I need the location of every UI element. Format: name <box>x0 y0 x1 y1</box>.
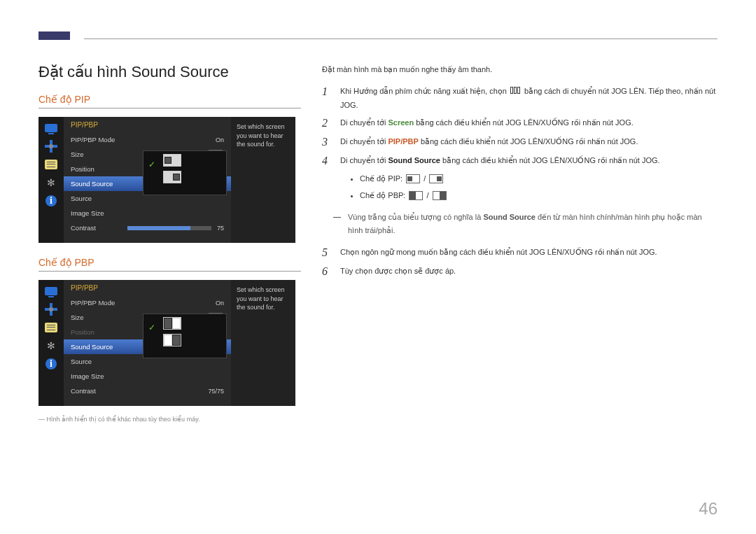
menu-icon <box>510 85 521 99</box>
step-number: 5 <box>322 246 332 260</box>
sound-source-popup: ✓ <box>143 314 227 358</box>
pbp-layout-icon-b <box>433 191 447 200</box>
step-number: 2 <box>322 116 332 131</box>
osd-label: Position <box>71 165 94 173</box>
pip-option-main <box>163 154 181 167</box>
info-icon: i <box>43 194 59 208</box>
osd-label: PIP/PBP Mode <box>71 136 115 143</box>
step-number: 3 <box>322 135 332 150</box>
osd-label: Source <box>71 195 92 202</box>
pip-mode-heading: Chế độ PIP <box>38 94 301 108</box>
step-5: 5 Chọn ngôn ngữ mong muốn bằng cách điều… <box>322 246 718 260</box>
osd-value: On <box>216 136 224 143</box>
page-number: 46 <box>699 499 718 519</box>
osd-label: Sound Source <box>71 180 113 188</box>
osd-row-mode: PIP/PBP Mode On <box>64 132 231 147</box>
osd-label: Position <box>71 328 94 336</box>
osd-row-image-size: Image Size <box>64 206 231 220</box>
osd-icon-rail: ✻ i <box>38 117 64 243</box>
osd-row-contrast: Contrast 75/75 <box>64 384 231 398</box>
step-3: 3 Di chuyển tới PIP/PBP bằng cách điều k… <box>322 135 718 150</box>
note-text: ― Vùng trắng của biểu tượng có nghĩa là … <box>322 211 718 237</box>
osd-hint-text: Set which screen you want to hear the so… <box>231 117 295 243</box>
check-icon: ✓ <box>144 317 160 338</box>
bullet-pbp: Chế độ PBP: / <box>360 189 718 203</box>
settings-list-icon <box>43 157 59 171</box>
step-number: 6 <box>322 265 332 279</box>
check-icon: ✓ <box>144 154 160 175</box>
osd-label: Sound Source <box>71 343 113 351</box>
sound-source-popup: ✓ <box>143 150 227 195</box>
osd-hint-text: Set which screen you want to hear the so… <box>231 280 295 406</box>
osd-label: Contrast <box>71 224 96 232</box>
osd-title: PIP/PBP <box>64 121 231 132</box>
pip-option-sub <box>163 171 181 183</box>
osd-label: Image Size <box>71 372 104 380</box>
pbp-mode-heading: Chế độ PBP <box>38 257 301 272</box>
step-2: 2 Di chuyển tới Screen bằng cách điều kh… <box>322 116 718 131</box>
step-number: 1 <box>322 85 332 113</box>
monitor-icon <box>43 121 59 135</box>
step-1: 1 Khi Hướng dẫn phím chức năng xuất hiện… <box>322 85 718 113</box>
intro-text: Đặt màn hình mà bạn muốn nghe thấy âm th… <box>322 63 718 76</box>
caption-note: ― Hình ảnh hiển thị có thể khác nhau tùy… <box>38 416 301 423</box>
pbp-option-left <box>163 317 181 330</box>
gear-icon: ✻ <box>43 176 59 190</box>
osd-row-image-size: Image Size <box>64 369 231 384</box>
pbp-option-right <box>163 334 181 346</box>
osd-icon-rail: ✻ i <box>38 280 64 406</box>
osd-row-contrast: Contrast 75 <box>64 220 231 235</box>
pip-layout-icon-a <box>406 174 420 183</box>
bullet-pip: Chế độ PIP: / <box>360 172 718 186</box>
osd-screenshot-pbp: ✻ i PIP/PBP PIP/PBP Mode On Size Positio… <box>38 280 295 406</box>
step-4: 4 Di chuyển tới Sound Source bằng cách đ… <box>322 154 718 206</box>
gear-icon: ✻ <box>43 339 59 353</box>
osd-label: Contrast <box>71 387 96 395</box>
monitor-icon <box>43 284 59 298</box>
osd-label: Image Size <box>71 209 104 217</box>
pbp-layout-icon-a <box>409 191 423 200</box>
header-bar <box>38 31 718 40</box>
osd-label: Size <box>71 150 83 158</box>
contrast-value: 75/75 <box>208 388 224 395</box>
step-6: 6 Tùy chọn được chọn sẽ được áp. <box>322 265 718 279</box>
dpad-icon <box>43 302 59 316</box>
osd-label: Size <box>71 314 83 321</box>
header-block-icon <box>38 31 70 40</box>
osd-value: On <box>216 300 224 307</box>
info-icon: i <box>43 357 59 371</box>
header-rule <box>84 38 718 39</box>
settings-list-icon <box>43 321 59 335</box>
osd-label: PIP/PBP Mode <box>71 299 115 307</box>
osd-label: Source <box>71 358 92 365</box>
pip-layout-icon-b <box>429 174 443 183</box>
osd-title: PIP/PBP <box>64 284 231 295</box>
contrast-slider: 75 <box>127 225 224 232</box>
step-number: 4 <box>322 154 332 206</box>
dpad-icon <box>43 139 59 153</box>
osd-row-mode: PIP/PBP Mode On <box>64 295 231 310</box>
page-title: Đặt cấu hình Sound Source <box>38 63 301 81</box>
osd-screenshot-pip: ✻ i PIP/PBP PIP/PBP Mode On Size Positio… <box>38 117 295 243</box>
